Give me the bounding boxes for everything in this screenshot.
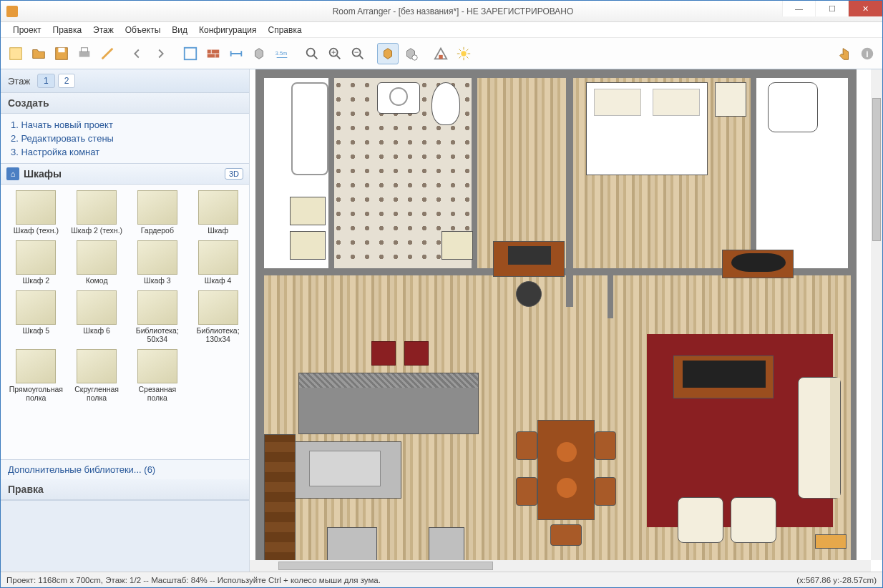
toilet[interactable] bbox=[431, 82, 460, 125]
object-icon[interactable] bbox=[248, 43, 270, 64]
armchair-2[interactable] bbox=[731, 497, 776, 543]
library-item-label: Шкаф bbox=[190, 226, 246, 235]
tv-stand[interactable] bbox=[673, 356, 774, 398]
library-item-13[interactable]: Скругленная полка bbox=[67, 348, 127, 403]
view-3d-icon[interactable] bbox=[377, 43, 399, 64]
print-icon[interactable] bbox=[74, 43, 95, 64]
library-item-11[interactable]: Библиотека; 130x34 bbox=[188, 289, 248, 345]
library-item-label: Библиотека; 50x34 bbox=[130, 326, 186, 343]
menu-help[interactable]: Справка bbox=[263, 24, 307, 36]
library-item-3[interactable]: Шкаф bbox=[188, 189, 248, 236]
menu-edit[interactable]: Правка bbox=[48, 24, 87, 36]
more-libraries-link[interactable]: Дополнительные библиотеки... (6) bbox=[1, 459, 249, 479]
tv-cabinet[interactable] bbox=[722, 250, 794, 278]
stool-2[interactable] bbox=[404, 341, 429, 366]
scrollbar-horizontal[interactable] bbox=[250, 560, 871, 572]
desk[interactable] bbox=[493, 241, 565, 277]
library-item-label: Библиотека; 130x34 bbox=[190, 326, 246, 343]
view-3d-alt-icon[interactable] bbox=[400, 43, 421, 64]
dining-chair-2[interactable] bbox=[516, 477, 537, 506]
library-item-9[interactable]: Шкаф 6 bbox=[67, 289, 127, 345]
info-icon[interactable]: i bbox=[857, 43, 878, 64]
lower-cabinet-2[interactable] bbox=[429, 527, 464, 563]
app-icon bbox=[6, 6, 18, 17]
library-item-12[interactable]: Прямоугольная полка bbox=[6, 348, 66, 403]
menu-view[interactable]: Вид bbox=[167, 24, 192, 36]
render-icon[interactable] bbox=[430, 43, 452, 64]
dining-chair-3[interactable] bbox=[595, 431, 616, 460]
office-chair[interactable] bbox=[516, 281, 542, 307]
library-item-2[interactable]: Гардероб bbox=[128, 189, 187, 236]
library-thumb-8 bbox=[16, 290, 56, 325]
close-button[interactable]: ✕ bbox=[848, 1, 882, 16]
lower-cabinet-1[interactable] bbox=[327, 527, 377, 563]
closet-2[interactable] bbox=[290, 231, 326, 260]
dining-chair-1[interactable] bbox=[516, 431, 537, 460]
bathtub[interactable] bbox=[291, 82, 328, 175]
kitchen-island[interactable] bbox=[298, 373, 479, 434]
kitchen-counter[interactable] bbox=[294, 441, 401, 499]
redo-icon[interactable] bbox=[150, 43, 171, 64]
library-title: Шкафы bbox=[24, 168, 225, 180]
library-item-5[interactable]: Комод bbox=[67, 239, 127, 286]
touch-icon[interactable] bbox=[834, 43, 855, 64]
menu-config[interactable]: Конфигурация bbox=[194, 24, 262, 36]
open-icon[interactable] bbox=[28, 43, 49, 64]
library-item-7[interactable]: Шкаф 4 bbox=[188, 239, 248, 286]
menu-project[interactable]: Проект bbox=[8, 24, 47, 36]
save-icon[interactable] bbox=[51, 43, 72, 64]
closet-1[interactable] bbox=[290, 197, 326, 225]
step-new-project[interactable]: 1. Начать новый проект bbox=[11, 118, 239, 132]
dimension-icon[interactable] bbox=[225, 43, 247, 64]
armchair-balcony[interactable] bbox=[768, 82, 818, 132]
step-room-setup[interactable]: 3. Настройка комнат bbox=[11, 145, 239, 159]
menu-floor[interactable]: Этаж bbox=[88, 24, 119, 36]
floorplan-canvas[interactable] bbox=[250, 69, 882, 572]
wall-left bbox=[255, 69, 264, 570]
library-item-label: Шкаф 2 bbox=[8, 276, 64, 285]
armchair-1[interactable] bbox=[678, 497, 723, 543]
scrollbar-vertical[interactable] bbox=[871, 69, 882, 560]
library-header[interactable]: ⌂ Шкафы 3D bbox=[1, 163, 249, 185]
library-body: Шкаф (техн.)Шкаф 2 (техн.)ГардеробШкафШк… bbox=[1, 185, 249, 459]
sofa[interactable] bbox=[798, 377, 841, 499]
dining-table[interactable] bbox=[537, 420, 595, 520]
measure-icon[interactable]: 3.5m bbox=[271, 43, 293, 64]
brick-icon[interactable] bbox=[203, 43, 224, 64]
light-icon[interactable] bbox=[453, 43, 474, 64]
stairs[interactable] bbox=[264, 434, 296, 563]
statusbar: Проект: 1168cm x 700cm, Этаж: 1/2 -- Мас… bbox=[1, 572, 882, 587]
maximize-button[interactable]: ☐ bbox=[815, 1, 848, 16]
sink[interactable] bbox=[377, 82, 420, 114]
library-item-6[interactable]: Шкаф 3 bbox=[128, 239, 187, 286]
new-project-icon[interactable] bbox=[5, 43, 26, 64]
library-item-10[interactable]: Библиотека; 50x34 bbox=[128, 289, 187, 345]
bed[interactable] bbox=[586, 82, 708, 175]
floor-tab-2[interactable]: 2 bbox=[58, 74, 76, 88]
step-edit-walls[interactable]: 2. Редактировать стены bbox=[11, 132, 239, 145]
library-item-14[interactable]: Срезанная полка bbox=[128, 348, 187, 403]
dining-chair-5[interactable] bbox=[550, 524, 582, 546]
library-item-label: Шкаф 3 bbox=[130, 276, 186, 285]
zoom-in-icon[interactable] bbox=[324, 43, 346, 64]
floor-tab-1[interactable]: 1 bbox=[37, 74, 55, 88]
library-item-8[interactable]: Шкаф 5 bbox=[6, 289, 66, 345]
nightstand[interactable] bbox=[715, 82, 746, 117]
library-item-0[interactable]: Шкаф (техн.) bbox=[6, 189, 66, 236]
radiator[interactable] bbox=[815, 534, 847, 549]
library-item-label: Скругленная полка bbox=[69, 385, 125, 402]
library-item-1[interactable]: Шкаф 2 (техн.) bbox=[67, 189, 127, 236]
minimize-button[interactable]: — bbox=[782, 1, 815, 16]
undo-icon[interactable] bbox=[127, 43, 148, 64]
closet-3[interactable] bbox=[442, 231, 473, 260]
library-3d-badge[interactable]: 3D bbox=[225, 168, 243, 180]
dining-chair-4[interactable] bbox=[595, 477, 616, 506]
zoom-out-icon[interactable] bbox=[347, 43, 369, 64]
zoom-fit-icon[interactable] bbox=[301, 43, 323, 64]
menu-objects[interactable]: Объекты bbox=[120, 24, 166, 36]
library-thumb-4 bbox=[16, 240, 56, 275]
walls-icon[interactable] bbox=[180, 43, 201, 64]
stool-1[interactable] bbox=[371, 341, 396, 366]
library-item-4[interactable]: Шкаф 2 bbox=[6, 239, 66, 286]
wizard-icon[interactable] bbox=[97, 43, 118, 64]
